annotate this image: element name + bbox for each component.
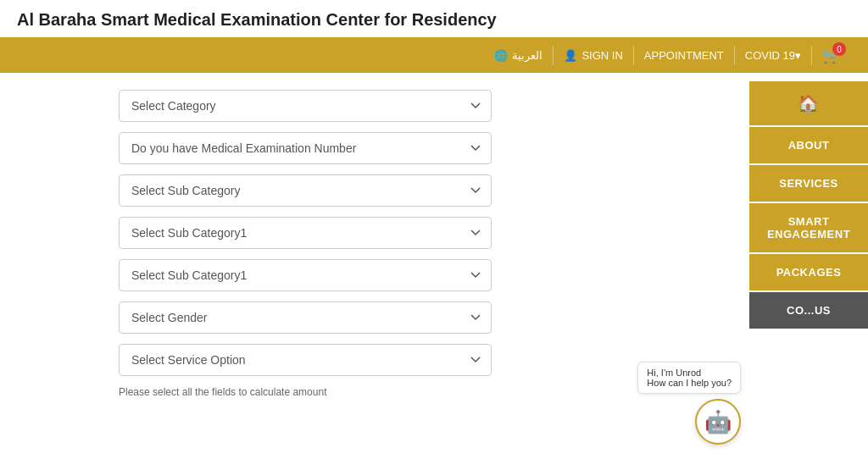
contact-label: CO...US (787, 304, 831, 317)
sub-category1b-group: Select Sub Category1 (119, 259, 715, 291)
services-label: SERVICES (779, 177, 838, 190)
nav-covid-label: COVID 19▾ (745, 49, 801, 62)
nav-arabic-label: العربية (512, 49, 542, 62)
hint-text: Please select all the fields to calculat… (119, 386, 715, 398)
sidebar-about-button[interactable]: ABOUT (749, 127, 868, 163)
nav-signin-label: SIGN IN (581, 49, 622, 62)
cart-badge: 0 (832, 42, 846, 56)
select-category[interactable]: Select Category (119, 90, 492, 122)
nav-arabic[interactable]: 🌐 العربية (484, 46, 554, 65)
robot-icon: 🤖 (704, 409, 732, 435)
globe-icon: 🌐 (494, 49, 508, 62)
sub-category-group: Select Sub Category (119, 174, 715, 207)
sidebar-home-button[interactable]: 🏠 (749, 81, 868, 125)
nav-covid[interactable]: COVID 19▾ (735, 46, 812, 65)
smart-engagement-label: SMARTENGAGEMENT (767, 215, 850, 241)
select-service-option[interactable]: Select Service Option (119, 344, 492, 376)
nav-appointment[interactable]: APPOINTMENT (634, 46, 735, 65)
right-sidebar: 🏠 ABOUT SERVICES SMARTENGAGEMENT PACKAGE… (749, 73, 868, 470)
sidebar-smart-engagement-button[interactable]: SMARTENGAGEMENT (749, 203, 868, 252)
select-sub-category1b[interactable]: Select Sub Category1 (119, 259, 492, 291)
packages-label: PACKAGES (776, 266, 842, 279)
nav-bar: 🌐 العربية 👤 SIGN IN APPOINTMENT COVID 19… (0, 37, 868, 73)
select-sub-category1a[interactable]: Select Sub Category1 (119, 217, 492, 249)
sub-category1a-group: Select Sub Category1 (119, 217, 715, 249)
select-sub-category[interactable]: Select Sub Category (119, 174, 492, 207)
sidebar-services-button[interactable]: SERVICES (749, 165, 868, 202)
home-icon: 🏠 (798, 94, 820, 113)
chatbot-avatar[interactable]: 🤖 (695, 399, 741, 445)
chatbot-bubble[interactable]: Hi, I'm UnrodHow can I help you? 🤖 (637, 362, 741, 445)
user-icon: 👤 (564, 49, 577, 62)
page-title: Al Baraha Smart Medical Examination Cent… (17, 10, 497, 30)
category-group: Select Category (119, 90, 715, 122)
header: Al Baraha Smart Medical Examination Cent… (0, 0, 868, 37)
select-gender[interactable]: Select Gender (119, 301, 492, 334)
gender-group: Select Gender (119, 301, 715, 334)
chatbot-tooltip: Hi, I'm UnrodHow can I help you? (637, 362, 741, 394)
sidebar-contact-button[interactable]: CO...US (749, 292, 868, 329)
nav-signin[interactable]: 👤 SIGN IN (554, 46, 633, 65)
select-medical-exam[interactable]: Do you have Medical Examination Number (119, 132, 492, 164)
nav-appointment-label: APPOINTMENT (644, 49, 724, 62)
about-label: ABOUT (788, 139, 830, 152)
medical-exam-group: Do you have Medical Examination Number (119, 132, 715, 164)
cart-button[interactable]: 🛒 0 (812, 42, 851, 68)
service-option-group: Select Service Option (119, 344, 715, 376)
sidebar-packages-button[interactable]: PACKAGES (749, 254, 868, 290)
